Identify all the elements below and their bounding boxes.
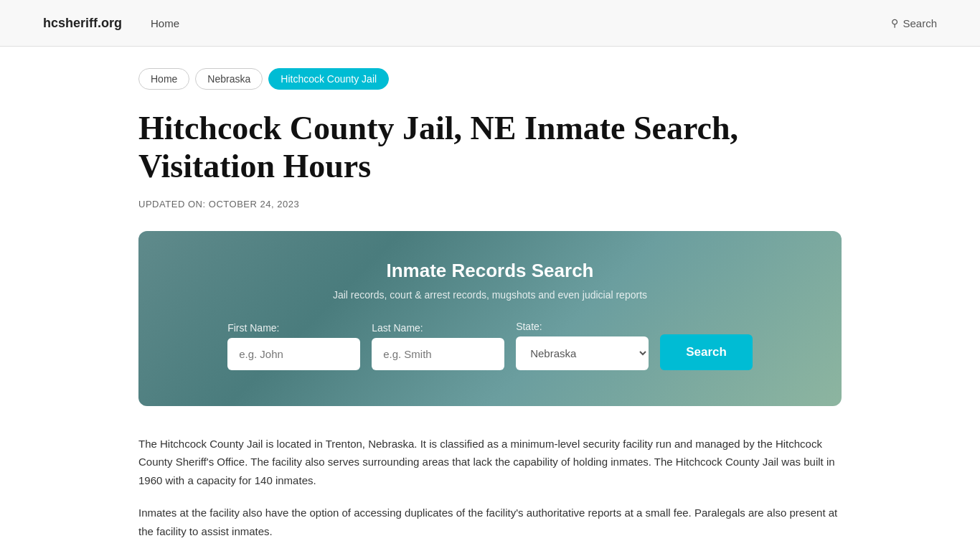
state-select[interactable]: Nebraska Alabama Alaska Arizona Californ… xyxy=(516,336,649,370)
search-button[interactable]: Search xyxy=(660,334,753,370)
breadcrumb-hitchcock[interactable]: Hitchcock County Jail xyxy=(268,68,389,90)
breadcrumb-home[interactable]: Home xyxy=(138,68,189,90)
state-group: State: Nebraska Alabama Alaska Arizona C… xyxy=(516,321,649,370)
header-search-button[interactable]: ⚲ Search xyxy=(891,17,937,29)
description-paragraph-2: Inmates at the facility also have the op… xyxy=(138,504,842,540)
updated-date: UPDATED ON: OCTOBER 24, 2023 xyxy=(138,199,842,209)
site-logo[interactable]: hcsheriff.org xyxy=(43,16,122,31)
main-content: Home Nebraska Hitchcock County Jail Hitc… xyxy=(95,47,885,551)
last-name-input[interactable] xyxy=(372,338,504,370)
inmate-search-form: First Name: Last Name: State: Nebraska A… xyxy=(182,321,798,370)
nav-home-link[interactable]: Home xyxy=(151,17,179,29)
first-name-group: First Name: xyxy=(227,322,360,370)
breadcrumb: Home Nebraska Hitchcock County Jail xyxy=(138,68,842,90)
description-paragraph-1: The Hitchcock County Jail is located in … xyxy=(138,435,842,490)
header-left: hcsheriff.org Home xyxy=(43,16,179,31)
last-name-group: Last Name: xyxy=(372,322,504,370)
state-label: State: xyxy=(516,321,542,332)
last-name-label: Last Name: xyxy=(372,322,423,334)
breadcrumb-nebraska[interactable]: Nebraska xyxy=(195,68,263,90)
first-name-label: First Name: xyxy=(227,322,279,334)
search-box-title: Inmate Records Search xyxy=(182,260,798,282)
search-box-subtitle: Jail records, court & arrest records, mu… xyxy=(182,289,798,301)
search-icon: ⚲ xyxy=(891,17,898,29)
first-name-input[interactable] xyxy=(227,338,360,370)
site-header: hcsheriff.org Home ⚲ Search xyxy=(0,0,980,47)
page-title: Hitchcock County Jail, NE Inmate Search,… xyxy=(138,110,842,186)
search-box: Inmate Records Search Jail records, cour… xyxy=(138,231,842,406)
header-search-label: Search xyxy=(903,17,937,29)
